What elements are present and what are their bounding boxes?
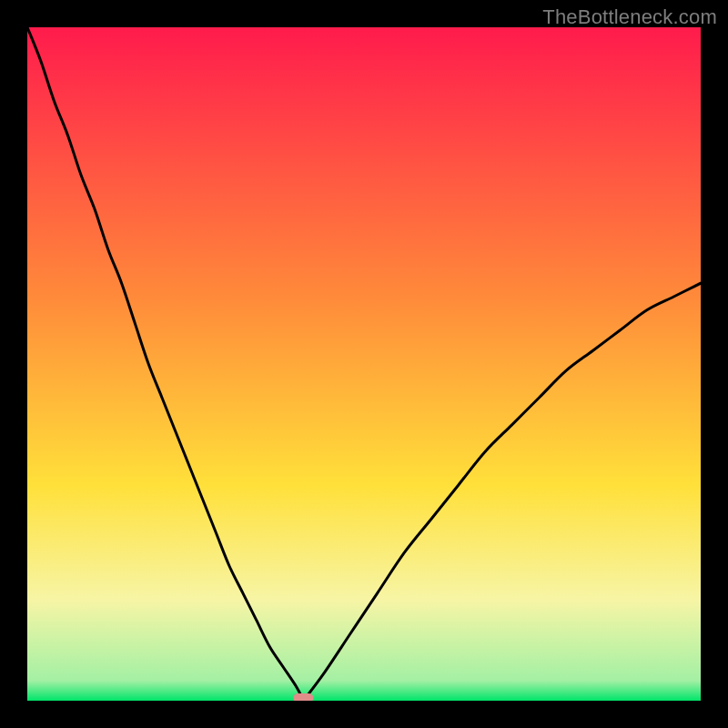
plot-area [27,27,701,701]
notch-marker [293,693,313,701]
curve-left-branch [27,27,303,701]
watermark-text: TheBottleneck.com [542,5,717,29]
outer-frame: TheBottleneck.com [0,0,728,728]
curve-right-branch [303,283,701,701]
curve-layer [27,27,701,701]
